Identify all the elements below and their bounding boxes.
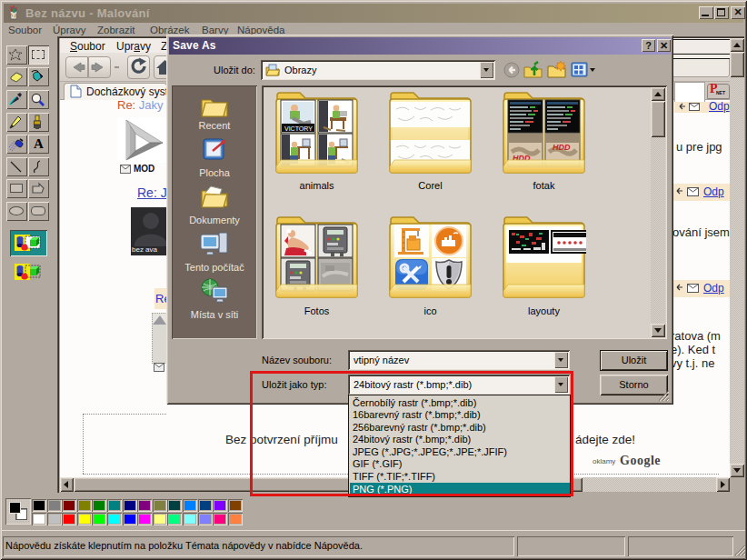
- svg-text:VICTORY: VICTORY: [284, 125, 313, 132]
- svg-text:HDD: HDD: [553, 143, 571, 152]
